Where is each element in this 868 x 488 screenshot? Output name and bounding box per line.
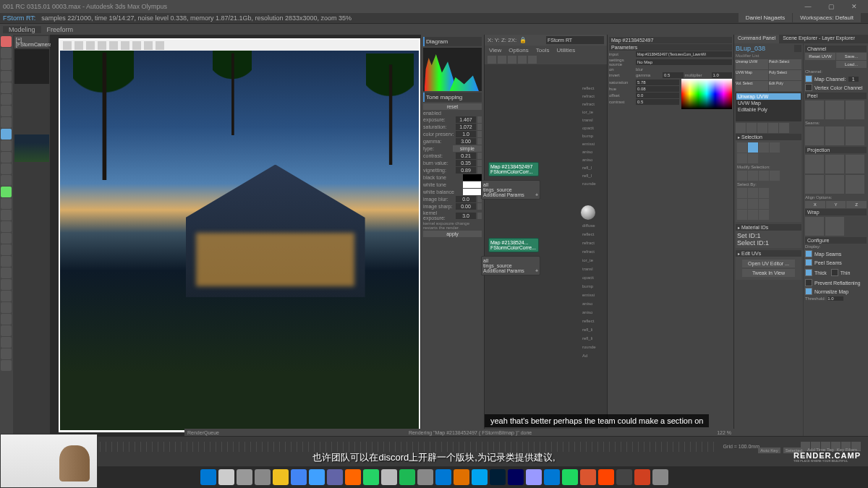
tool-icon[interactable]: [1, 71, 12, 82]
taskbar-app-icon[interactable]: [472, 469, 488, 485]
close-button[interactable]: ✕: [843, 1, 865, 12]
settings-map-button[interactable]: No Map: [636, 59, 732, 65]
tool-icon[interactable]: [1, 244, 12, 255]
taskbar-app-icon[interactable]: [273, 469, 289, 485]
tool-icon[interactable]: [1, 314, 12, 325]
taskbar-app-icon[interactable]: [490, 469, 506, 485]
apply-button[interactable]: apply: [423, 231, 482, 237]
color-correct-node[interactable]: Map #2138452497 FStormColorCorr...: [488, 162, 539, 176]
wrap-icon[interactable]: [805, 217, 824, 236]
zoom-level[interactable]: 122 %: [717, 430, 731, 435]
spinner-icon[interactable]: [477, 131, 482, 137]
render-tool-icon[interactable]: [86, 41, 95, 50]
scene-tab[interactable]: [+][FStormCamera: [14, 36, 48, 48]
additional-params-node-2[interactable]: all tings_source Additional Params+: [481, 256, 540, 275]
black-swatch[interactable]: [463, 174, 482, 181]
ribbon-tab-modeling[interactable]: Modeling: [3, 26, 41, 33]
color-correct-node-2[interactable]: Map #2138524... FStormColorCorre...: [488, 238, 539, 252]
tool-icon[interactable]: [1, 129, 12, 140]
mod-btn[interactable]: Unwrap UVW: [736, 59, 768, 69]
tool-icon[interactable]: [1, 59, 12, 70]
rendered-image[interactable]: [60, 51, 419, 430]
taskbar-app-icon[interactable]: [544, 469, 560, 485]
sat-input[interactable]: 5.78: [636, 80, 679, 85]
type-button[interactable]: simple: [453, 145, 482, 152]
imgsharp-input[interactable]: 0.00: [456, 203, 476, 210]
section-configure[interactable]: Configure: [805, 237, 867, 244]
color-swatch[interactable]: [794, 45, 801, 52]
taskbar-app-icon[interactable]: [634, 469, 650, 485]
additional-params-node[interactable]: all tings_source Additional Params+: [481, 180, 540, 200]
mult-input[interactable]: 1.0: [712, 72, 733, 78]
selby-icon[interactable]: [737, 199, 747, 209]
chk-mapseams[interactable]: Map Seams: [805, 250, 867, 257]
imgblur-input[interactable]: 0.0: [456, 196, 476, 202]
tab-command-panel[interactable]: Command Panel: [734, 35, 779, 43]
tool-icon[interactable]: [1, 198, 12, 209]
thresh-input[interactable]: 1.0: [827, 296, 843, 301]
tool-icon[interactable]: [1, 94, 12, 105]
setid-input[interactable]: 1: [757, 232, 761, 239]
taskbar-app-icon[interactable]: [291, 469, 307, 485]
autokey-button[interactable]: Auto Key: [758, 448, 780, 453]
stack-item[interactable]: Unwrap UVW: [736, 93, 801, 100]
ne-tool-icon[interactable]: [488, 56, 496, 64]
modsel-icon[interactable]: [770, 171, 780, 181]
tool-icon[interactable]: [1, 117, 12, 128]
open-uv-editor-button[interactable]: Open UV Editor ...: [742, 260, 796, 267]
burn-input[interactable]: 0.35: [456, 160, 476, 166]
selby-icon[interactable]: [737, 210, 747, 220]
chk-peelseams[interactable]: Peel Seams: [805, 259, 867, 266]
seam-icon[interactable]: [805, 127, 824, 145]
menu-utilities[interactable]: Utilities: [556, 47, 575, 53]
render-tool-icon[interactable]: [144, 41, 153, 50]
tool-icon[interactable]: [1, 233, 12, 244]
gamma-input[interactable]: 0.5: [663, 72, 684, 78]
selby-icon[interactable]: [759, 210, 769, 220]
user-tab[interactable]: Daniel Nagaets: [739, 13, 793, 22]
stack-tool-icon[interactable]: [768, 123, 778, 133]
tool-icon[interactable]: [1, 48, 12, 59]
taskbar-app-icon[interactable]: [381, 469, 397, 485]
tool-icon[interactable]: [1, 267, 12, 278]
render-tool-icon[interactable]: [63, 41, 72, 50]
modsel-icon[interactable]: [737, 171, 747, 181]
vcc-radio[interactable]: Vertex Color Channel: [805, 84, 867, 91]
lock-icon[interactable]: 🔒: [519, 37, 527, 43]
selby-icon[interactable]: [748, 199, 758, 209]
peel-icon[interactable]: [805, 100, 824, 119]
spinner-icon[interactable]: [477, 167, 482, 174]
tool-icon[interactable]: [1, 325, 12, 336]
object-name-field[interactable]: BLup_038: [736, 45, 794, 52]
tool-icon[interactable]: [1, 106, 12, 116]
section-edit-uvs[interactable]: Edit UVs: [736, 250, 801, 257]
section-projection[interactable]: Projection: [805, 147, 867, 153]
tab-scene-explorer[interactable]: Scene Explorer - Layer Explorer: [779, 35, 859, 43]
node-canvas[interactable]: reflectrefractrefractior_tetranslopacitb…: [485, 64, 607, 440]
modsel-icon[interactable]: [759, 171, 769, 181]
tool-icon[interactable]: [1, 337, 12, 348]
ne-tool-icon[interactable]: [498, 56, 506, 64]
taskbar-app-icon[interactable]: [345, 469, 361, 485]
taskbar-app-icon[interactable]: [327, 469, 343, 485]
modsel-icon[interactable]: [748, 171, 758, 181]
sel-edge-icon[interactable]: [748, 142, 758, 153]
selby-icon[interactable]: [748, 210, 758, 220]
expand-icon[interactable]: +: [535, 268, 538, 273]
render-tool-icon[interactable]: [156, 41, 164, 50]
spinner-icon[interactable]: [477, 116, 482, 123]
saturation-input[interactable]: 1.072: [456, 124, 476, 130]
reset-button[interactable]: reset: [423, 103, 482, 110]
taskbar-app-icon[interactable]: [309, 469, 325, 485]
tool-icon[interactable]: [1, 163, 12, 174]
reset-uvw-button[interactable]: Reset UVW: [805, 53, 835, 60]
selby-icon[interactable]: [759, 188, 769, 198]
selby-icon[interactable]: [737, 188, 747, 198]
mod-btn[interactable]: Poly Select: [769, 70, 801, 80]
taskbar-app-icon[interactable]: [435, 469, 451, 485]
tool-icon[interactable]: [1, 348, 12, 359]
taskbar-app-icon[interactable]: [616, 469, 632, 485]
contrast-input[interactable]: 0.5: [636, 99, 679, 105]
thumbnail[interactable]: [14, 134, 49, 162]
exposure-input[interactable]: 1.467: [456, 116, 476, 123]
